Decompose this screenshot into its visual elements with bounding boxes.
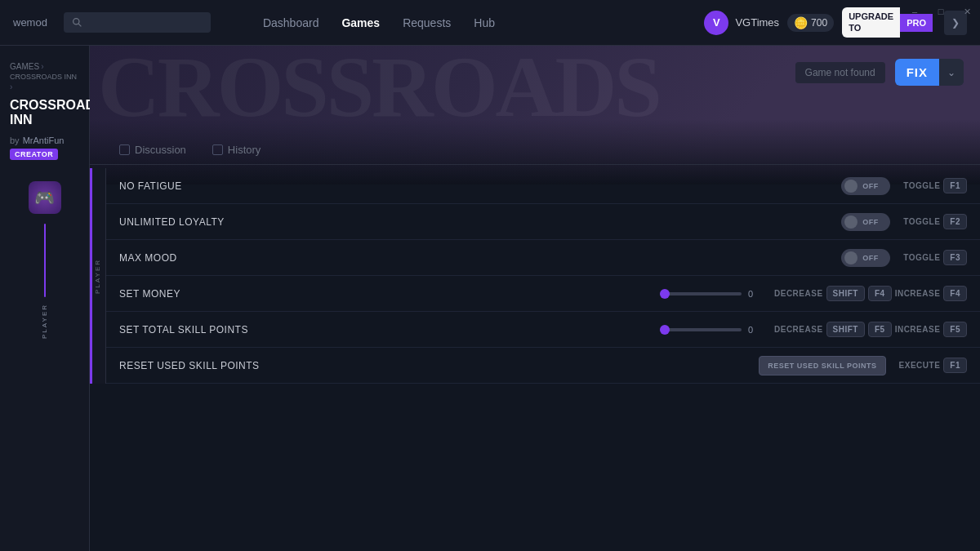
breadcrumb-games[interactable]: GAMES (10, 62, 39, 71)
nav-games[interactable]: Games (332, 11, 390, 34)
fix-chevron-icon: ⌄ (939, 60, 964, 85)
slider-thumb[interactable] (660, 289, 670, 299)
upgrade-label: UPGRADE TO (842, 7, 900, 37)
close-button[interactable]: ✕ (954, 0, 980, 23)
slider-set-money: 0 (660, 289, 761, 299)
slider-thumb[interactable] (660, 325, 670, 335)
maximize-button[interactable]: □ (928, 0, 954, 23)
hotkey-decrease-mod: SHIFT (826, 286, 865, 301)
user-info: V VGTimes (704, 11, 779, 35)
toggle-circle (844, 251, 858, 264)
game-icon: 🎮 (29, 181, 61, 214)
minimize-button[interactable]: – (902, 0, 928, 23)
cheat-name-max-mood: MAX MOOD (119, 252, 828, 264)
creator-name: MrAntiFun (23, 136, 65, 145)
toggle-circle (844, 216, 858, 229)
cheat-row-set-skill-points: SET TOTAL SKILL POINTS 0 DECREASE SHIFT … (106, 312, 980, 348)
breadcrumb: GAMES › CROSSROADS INN › (0, 62, 89, 98)
hotkey-unlimited-loyalty: TOGGLE F2 (903, 214, 967, 229)
nav-hub[interactable]: Hub (464, 11, 505, 34)
toggle-circle (844, 180, 858, 193)
sidebar-section-label: PLAYER (41, 304, 48, 339)
tab-discussion[interactable]: Discussion (106, 137, 199, 164)
hotkey-decrease-key: F5 (868, 322, 892, 337)
cheat-row-set-money: SET MONEY 0 DECREASE SHIFT F4 INCREASE (106, 276, 980, 312)
hotkey-increase-key: F5 (943, 322, 967, 337)
game-title-area: CROSSROADS INN (0, 98, 89, 136)
hotkey-decrease-action: DECREASE (774, 325, 823, 334)
hotkey-decrease-action: DECREASE (774, 289, 823, 298)
coin-badge: 🪙 700 (787, 14, 834, 32)
toggle-unlimited-loyalty[interactable]: OFF (841, 213, 890, 231)
svg-line-1 (78, 24, 81, 26)
slider-value: 0 (748, 289, 761, 299)
reset-skill-points-button[interactable]: RESET USED SKILL POINTS (759, 356, 885, 375)
cheats-list: NO FATIGUE OFF TOGGLE F1 (106, 168, 980, 384)
cheat-name-set-skill-points: SET TOTAL SKILL POINTS (119, 324, 647, 335)
cheat-name-no-fatigue: NO FATIGUE (119, 180, 828, 192)
cheat-controls-no-fatigue: OFF (841, 177, 890, 195)
creator-row: by MrAntiFun CREATOR (0, 136, 89, 173)
breadcrumb-crossroads[interactable]: CROSSROADS INN (10, 73, 77, 81)
hotkey-set-skill-points: DECREASE SHIFT F5 INCREASE F5 (774, 322, 967, 337)
creator-prefix: by (10, 136, 20, 145)
hotkey-increase-key: F4 (943, 286, 967, 301)
toggle-no-fatigue[interactable]: OFF (841, 177, 890, 195)
hotkey-increase-action: INCREASE (895, 289, 941, 298)
breadcrumb-sep2: › (10, 82, 12, 91)
cheat-row-no-fatigue: NO FATIGUE OFF TOGGLE F1 (106, 168, 980, 204)
cheats-section: PLAYER NO FATIGUE OFF (90, 165, 980, 551)
search-bar[interactable] (64, 12, 211, 33)
creator-badge: CREATOR (10, 149, 58, 160)
game-not-found-label: Game not found (795, 62, 885, 83)
tab-history-label: History (228, 144, 261, 156)
slider-value: 0 (748, 325, 761, 335)
hotkey-execute-key: F1 (943, 358, 967, 373)
search-icon (72, 17, 82, 28)
discussion-checkbox[interactable] (119, 144, 130, 155)
hotkey-action: TOGGLE (903, 217, 940, 226)
fix-bar: Game not found FIX ⌄ (795, 59, 964, 86)
slider-track[interactable] (660, 328, 742, 331)
nav-dashboard[interactable]: Dashboard (253, 11, 329, 34)
hotkey-execute-action: EXECUTE (899, 361, 941, 370)
sidebar-icon-section: 🎮 PLAYER (29, 181, 61, 339)
history-checkbox[interactable] (212, 144, 223, 155)
search-input[interactable] (87, 16, 194, 29)
nav-requests[interactable]: Requests (393, 11, 461, 34)
main-nav: Dashboard Games Requests Hub (253, 11, 694, 34)
player-label: PLAYER (94, 259, 101, 294)
hotkey-max-mood: TOGGLE F3 (903, 250, 967, 265)
slider-set-skill-points: 0 (660, 325, 761, 335)
hotkey-action: TOGGLE (903, 253, 940, 262)
toggle-max-mood[interactable]: OFF (841, 249, 890, 267)
avatar: V (704, 11, 728, 35)
cheat-row-unlimited-loyalty: UNLIMITED LOYALTY OFF TOGGLE F2 (106, 204, 980, 240)
toggle-state: OFF (862, 218, 879, 226)
game-title: CROSSROADS INN (10, 98, 79, 127)
cheat-name-set-money: SET MONEY (119, 288, 647, 300)
username: VGTimes (735, 16, 779, 29)
cheat-name-unlimited-loyalty: UNLIMITED LOYALTY (119, 216, 828, 228)
fix-label: FIX (895, 59, 939, 86)
player-section-sidebar: PLAYER (90, 168, 106, 384)
cheat-controls-unlimited-loyalty: OFF (841, 213, 890, 231)
tab-history[interactable]: History (199, 137, 274, 164)
left-sidebar: GAMES › CROSSROADS INN › CROSSROADS INN … (0, 46, 90, 551)
purple-accent-bar (90, 168, 92, 384)
fix-button[interactable]: FIX ⌄ (895, 59, 964, 86)
hotkey-action: TOGGLE (903, 181, 940, 190)
topbar: wemod Dashboard Games Requests Hub V VGT… (0, 0, 980, 46)
hotkey-key: F3 (943, 250, 967, 265)
cheat-row-max-mood: MAX MOOD OFF TOGGLE F3 (106, 240, 980, 276)
hotkey-key: F1 (943, 178, 967, 193)
game-icon-symbol: 🎮 (34, 188, 55, 207)
toggle-state: OFF (862, 182, 879, 190)
hotkey-set-money: DECREASE SHIFT F4 INCREASE F4 (774, 286, 967, 301)
cheat-row-reset-skill-points: RESET USED SKILL POINTS RESET USED SKILL… (106, 348, 980, 384)
slider-track[interactable] (660, 292, 742, 295)
sidebar-purple-bar (44, 224, 46, 297)
main-area: CROSSROADS GAMES › CROSSROADS INN › CROS… (0, 46, 980, 551)
app-title: wemod (13, 16, 47, 29)
breadcrumb-sep1: › (41, 62, 43, 71)
